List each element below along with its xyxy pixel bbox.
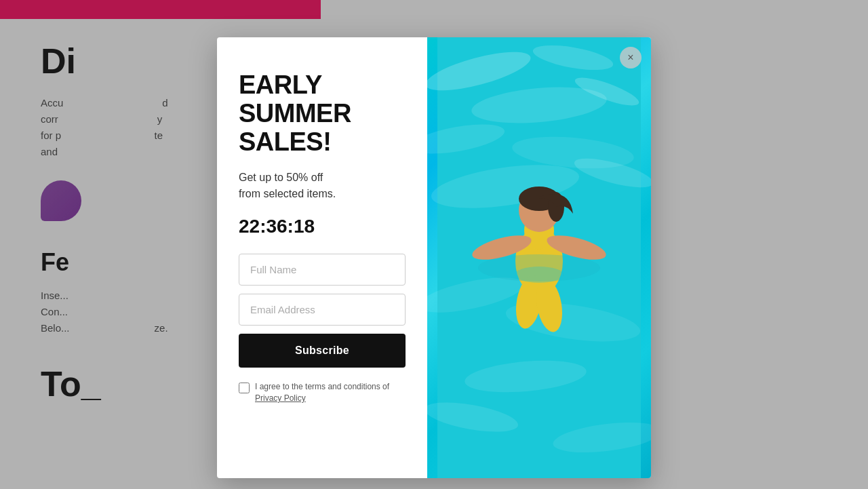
- email-input[interactable]: [239, 294, 406, 326]
- countdown-timer: 22:36:18: [239, 216, 406, 237]
- modal-title: EARLY SUMMER SALES!: [239, 71, 406, 156]
- terms-row: I agree to the terms and conditions of P…: [239, 381, 406, 404]
- close-button[interactable]: ×: [620, 47, 642, 69]
- terms-text: I agree to the terms and conditions of P…: [255, 381, 406, 404]
- svg-point-24: [478, 254, 600, 281]
- modal-left-panel: EARLY SUMMER SALES! Get up to 50% offfro…: [217, 37, 427, 478]
- modal-subtitle: Get up to 50% offfrom selected items.: [239, 170, 406, 202]
- promo-image: [427, 37, 651, 478]
- modal-right-panel: ×: [427, 37, 651, 478]
- promo-modal: EARLY SUMMER SALES! Get up to 50% offfro…: [217, 37, 651, 478]
- full-name-input[interactable]: [239, 254, 406, 286]
- privacy-policy-link[interactable]: Privacy Policy: [255, 393, 306, 403]
- subscribe-button[interactable]: Subscribe: [239, 334, 406, 368]
- terms-checkbox[interactable]: [239, 383, 250, 393]
- pool-scene-svg: [427, 37, 651, 478]
